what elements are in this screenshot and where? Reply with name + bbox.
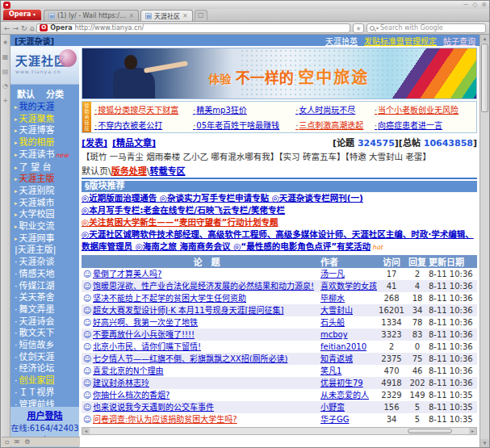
recommend-link[interactable]: ◎本月写手专栏:老金在线专栏/石映飞云专栏/笑佬专栏 bbox=[82, 205, 285, 215]
sidebar-item[interactable]: 职业交流 bbox=[15, 221, 79, 233]
topic-link[interactable]: 问卷调查:你认为应该捐助贫困大学生吗? bbox=[93, 415, 237, 424]
post-button[interactable]: [发表] bbox=[82, 136, 107, 149]
h-scroll-thumb[interactable] bbox=[408, 429, 452, 433]
author-link[interactable]: 笑凡1 bbox=[320, 366, 341, 375]
sidebar-item[interactable]: ＩＴ视界 bbox=[15, 387, 79, 400]
topic-link[interactable]: 好高兴啊、我第一次坐了地铁 bbox=[93, 318, 198, 327]
sidebar-item[interactable]: 关天茶舍 bbox=[15, 292, 79, 304]
history-clock-icon[interactable]: ◔ bbox=[2, 82, 8, 90]
recommend-link[interactable]: ◎天涯社区诚聘软件技术部经理、高级软件工程师、高级多媒体设计师、天涯社区主编、时… bbox=[82, 229, 474, 251]
sidebar-item[interactable]: |天涯主版| bbox=[15, 245, 79, 257]
topic-link[interactable]: 喜爱北京的N个理由 bbox=[93, 366, 163, 375]
sidebar-tab-default[interactable]: 默认 bbox=[17, 87, 35, 99]
topic-link[interactable]: 建议封杀林志玲 bbox=[93, 379, 149, 387]
bookmark-star-icon[interactable]: ★ bbox=[353, 23, 364, 33]
tab-admin[interactable]: 版务处理 bbox=[111, 166, 147, 177]
site-logo[interactable]: 天涯社区 www.tianya.cn bbox=[10, 46, 79, 85]
sidebar-item[interactable]: 天涯杂谈 bbox=[15, 257, 79, 269]
author-link[interactable]: 石头船 bbox=[320, 318, 345, 327]
reload-button[interactable]: ↻ bbox=[21, 24, 27, 32]
home-button[interactable]: ⌂ bbox=[30, 24, 35, 32]
author-link[interactable]: 汤一凡 bbox=[320, 270, 345, 278]
v-scroll-thumb[interactable] bbox=[481, 44, 488, 112]
sidebar-tab-category[interactable]: 分类 bbox=[46, 87, 64, 99]
topic-link[interactable]: 七夕情人节——红旗不倒、彩旗飘飘之XX招(厕所必读) bbox=[93, 354, 288, 363]
topic-link[interactable]: 北京小市民、请你们嘴下留情! bbox=[93, 342, 201, 351]
topic-link[interactable]: 饱暖思淫欲、性产业合法化是经济发展的必然结果和动力源泉! bbox=[93, 282, 314, 291]
scroll-up-icon[interactable]: ▴ bbox=[480, 35, 489, 43]
notes-icon[interactable]: ▤ bbox=[2, 68, 9, 75]
topbar-link[interactable]: 发贴标准暨管理规定 bbox=[364, 35, 437, 47]
author-link[interactable]: mcboy bbox=[320, 330, 348, 339]
recommend-link[interactable]: ◎近期版面治理通告 ◎杂谈实力写手专栏申请专贴 ◎天涯杂谈专栏网刊(一) bbox=[82, 193, 363, 203]
topbar-link[interactable]: 天涯拾英 bbox=[325, 35, 358, 47]
topic-link[interactable]: 晕倒了才算美人吗? bbox=[93, 270, 161, 278]
scroll-left-icon[interactable]: ◂ bbox=[82, 428, 90, 434]
ad-banner[interactable]: 体验 不一样的 空中旅途 bbox=[82, 48, 477, 99]
ad-link[interactable]: 向癌症患者进一言 bbox=[375, 119, 473, 131]
author-link[interactable]: feitian2010 bbox=[320, 342, 366, 351]
widgets-icon[interactable]: ▦ bbox=[2, 53, 9, 61]
topic-link[interactable]: 也来说说我今天遇到的公交车事件 bbox=[93, 403, 214, 412]
browser-tab[interactable]: ▤ (1) ly/ - Wail https://... × bbox=[44, 10, 139, 21]
ad-link[interactable]: 精美mp3狂价 bbox=[193, 103, 295, 115]
tab-repost[interactable]: 转载专区 bbox=[149, 166, 185, 177]
tab-close-icon[interactable]: × bbox=[128, 12, 134, 19]
sidebar-item[interactable]: 天涯诗会 bbox=[15, 316, 79, 329]
topbar-link[interactable]: 帖子查询 bbox=[443, 35, 475, 47]
sidebar-item[interactable]: 天涯主版 bbox=[15, 174, 79, 186]
topic-link[interactable]: 坚决不能给上不起学的贫困大学生任何资助 bbox=[93, 294, 246, 303]
author-link[interactable]: 优昙初生79 bbox=[320, 379, 363, 387]
author-link[interactable]: 喜欢数学的女孩 bbox=[320, 282, 377, 291]
recommend-link[interactable]: ◎关注贫困大学新生——“麦田守望者”行动计划专题 bbox=[82, 217, 278, 227]
url-field[interactable]: O Opera http://www.tianya.cn/ bbox=[36, 23, 350, 33]
ad-link[interactable]: 当个小老板创业无风险 bbox=[375, 103, 473, 115]
author-link[interactable]: 知青返城 bbox=[320, 354, 353, 363]
browser-tab[interactable]: ▤ 天涯社区 × bbox=[140, 10, 193, 21]
sidebar-item[interactable]: 天涯读书new bbox=[15, 149, 79, 162]
sidebar-item[interactable]: 天涯网事 bbox=[15, 233, 79, 245]
ad-link[interactable]: 三点刺激高潮迭起 bbox=[295, 119, 375, 131]
scroll-down-icon[interactable]: ▾ bbox=[480, 439, 489, 447]
topic-link[interactable]: 超女大赛发型设计师J·K 本月11号现身天涯[提问征集] bbox=[93, 306, 283, 315]
chevron-down-icon[interactable]: ▾ bbox=[376, 25, 379, 31]
sidebar-item[interactable]: 仗剑天涯 bbox=[15, 352, 79, 364]
sidebar-item[interactable]: 经济论坛 bbox=[15, 363, 79, 375]
author-link[interactable]: 毕柳水 bbox=[320, 294, 345, 303]
ad-link[interactable]: 搜狐分类搜尽天下财富 bbox=[94, 103, 193, 115]
author-link[interactable]: 小野蛮 bbox=[320, 403, 345, 412]
ad-link[interactable]: 女人时尚玩不尽 bbox=[295, 103, 375, 115]
tab-close-icon[interactable]: × bbox=[182, 12, 188, 19]
sidebar-item[interactable]: 传媒江湖 bbox=[15, 281, 79, 293]
featured-articles-link[interactable]: [精品文章] bbox=[112, 136, 156, 149]
sidebar-item[interactable]: 天涯博客 bbox=[15, 125, 79, 137]
search-input[interactable]: ▾ Search with Google bbox=[366, 23, 486, 33]
forward-button[interactable]: → bbox=[13, 24, 19, 32]
bookmarks-star-icon[interactable]: ★ bbox=[2, 39, 8, 46]
settings-gear-icon[interactable]: ⚙ bbox=[24, 438, 30, 446]
sidebar-item[interactable]: 天涯聚焦 bbox=[15, 114, 79, 126]
sidebar-item[interactable]: 情感天地 bbox=[15, 269, 79, 281]
author-link[interactable]: 大雪封山 bbox=[320, 306, 353, 315]
scroll-right-icon[interactable]: ▸ bbox=[469, 428, 476, 434]
horizontal-scrollbar[interactable]: ◂ ▸ bbox=[82, 427, 477, 435]
ad-link[interactable]: 不穿内衣被老公打 bbox=[94, 119, 193, 131]
login-link[interactable]: 用户登陆 bbox=[10, 408, 79, 421]
topic-link[interactable]: 不要再放什么小兵张嘎了!!!! bbox=[93, 330, 195, 339]
mail-icon[interactable]: ✉ bbox=[14, 438, 19, 446]
close-button[interactable]: ⊗ bbox=[481, 2, 487, 8]
author-link[interactable]: 从未恋爱的人 bbox=[320, 391, 369, 400]
vertical-scrollbar[interactable]: ▴ ▾ bbox=[480, 35, 489, 447]
sidebar-item[interactable]: 创业家园 bbox=[15, 375, 79, 387]
ad-link[interactable]: 05年老百姓干啥最赚钱 bbox=[193, 119, 295, 131]
sidebar-item[interactable]: 散文天下 bbox=[15, 328, 79, 340]
sidebar-item[interactable]: 管理前线 bbox=[15, 400, 79, 407]
new-tab-button[interactable]: ▢ bbox=[195, 10, 207, 20]
sidebar-item[interactable]: 舞文弄墨 bbox=[15, 304, 79, 316]
sidebar-item[interactable]: 天涯别院 bbox=[15, 186, 79, 198]
sidebar-item[interactable]: 了 望 台 bbox=[15, 162, 79, 174]
sidebar-item[interactable]: 短信故乡 bbox=[15, 340, 79, 352]
minimize-button[interactable]: − bbox=[463, 2, 468, 8]
topic-link[interactable]: 你抽什么档次的香烟? bbox=[93, 391, 170, 400]
sidebar-item[interactable]: 我的天涯 bbox=[15, 102, 79, 114]
